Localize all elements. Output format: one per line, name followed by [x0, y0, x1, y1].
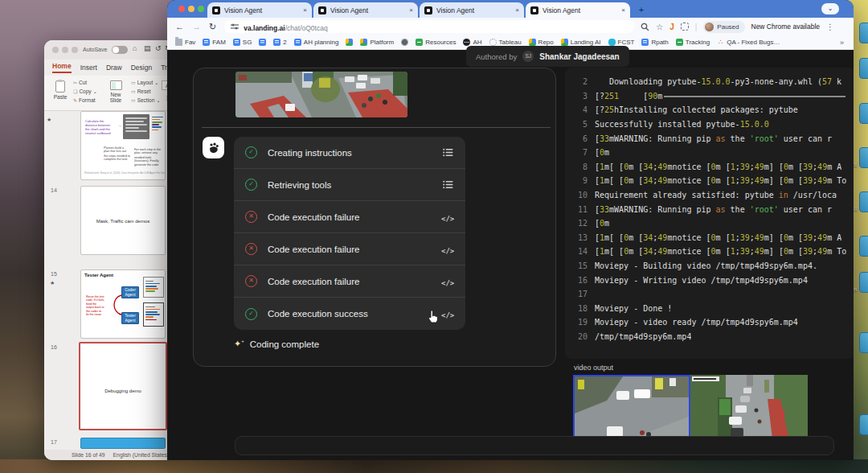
chat-input-box[interactable]: [235, 436, 834, 455]
view-code-icon[interactable]: </>: [441, 306, 454, 321]
ribbon-tab-home[interactable]: Home: [52, 62, 72, 73]
bookmark-qa-fixed-bugs-[interactable]: ∴QA - Fixed Bugs…: [717, 39, 780, 46]
tab-favicon: [530, 6, 538, 14]
step-row-creating-instructions[interactable]: ✓Creating instructions: [234, 137, 465, 169]
close-window-button[interactable]: [178, 6, 185, 12]
bookmark-star-icon[interactable]: ☆: [656, 23, 663, 31]
browser-tab-1[interactable]: Vision Agent×: [207, 2, 312, 18]
terminal-line: 4[?25hInstalling collected packages: pyt…: [565, 103, 854, 117]
cut-button[interactable]: ✂Cut: [73, 80, 87, 85]
tab-close-icon[interactable]: ×: [515, 6, 519, 14]
undo-icon[interactable]: ↺: [155, 44, 162, 52]
bookmark-2[interactable]: 2: [273, 39, 286, 46]
view-code-icon[interactable]: </>: [441, 210, 454, 224]
profile-pill[interactable]: Paused: [703, 21, 744, 33]
section-button[interactable]: ▭Section ⌄: [131, 97, 161, 104]
back-button[interactable]: ←: [175, 22, 184, 31]
bookmark-tracking[interactable]: Tracking: [676, 39, 710, 46]
ribbon-tab-design[interactable]: Design: [131, 64, 152, 72]
desktop-file-icon[interactable]: [859, 414, 868, 435]
format-painter-button[interactable]: ✎Format: [73, 97, 96, 103]
desktop-file-icon[interactable]: [859, 191, 868, 212]
save-icon[interactable]: ▤: [144, 44, 151, 52]
copy-button[interactable]: ❏Copy ⌄: [73, 88, 97, 95]
slide-13-thumbnail[interactable]: Calculate the distance between the shark…: [80, 111, 166, 180]
zoom-window-button[interactable]: [72, 47, 78, 53]
layout-button[interactable]: ▭Layout ⌄: [131, 80, 158, 86]
forward-button[interactable]: →: [192, 22, 201, 31]
browser-tab-4[interactable]: Vision Agent×: [526, 2, 630, 18]
desktop-file-icon[interactable]: [859, 332, 868, 353]
slide-15-thumbnail[interactable]: Tester Agent Rerun the test code. If it …: [80, 269, 166, 339]
minimize-window-button[interactable]: [188, 6, 194, 12]
powerpoint-titlebar[interactable]: AutoSave ⌂ ▤ ↺ ↻ ⋯: [44, 40, 174, 60]
bookmark-icon[interactable]: [259, 39, 266, 46]
slide-14-thumbnail[interactable]: Mask, Traffic cam demos: [80, 186, 166, 255]
bookmark-sg[interactable]: SG: [233, 39, 252, 46]
kebab-menu-icon[interactable]: ⋮: [826, 23, 834, 31]
bookmark-icon[interactable]: [346, 39, 353, 46]
instructions-list-icon[interactable]: [441, 178, 454, 192]
bookmark-fav[interactable]: Fav: [175, 39, 195, 46]
step-row-retrieving-tools[interactable]: ✓Retrieving tools: [234, 169, 465, 201]
desktop-file-icon[interactable]: [859, 272, 868, 293]
bookmark-fcst[interactable]: FCST: [608, 39, 635, 46]
extensions-icon[interactable]: [681, 23, 689, 31]
line-number: 17: [565, 290, 588, 298]
step-row-code-execution-failure[interactable]: ✕Code execution failure</>: [234, 233, 465, 265]
new-tab-button[interactable]: +: [637, 5, 646, 14]
line-text: [33mWARNING: Running pip as the 'root' u…: [595, 134, 832, 143]
desktop-file-icon[interactable]: [859, 23, 868, 43]
close-window-button[interactable]: [52, 47, 59, 53]
bookmark-landing-ai[interactable]: Landing AI: [561, 39, 601, 46]
traffic-cam-image[interactable]: [235, 72, 407, 117]
paste-button[interactable]: Paste: [51, 79, 70, 108]
bookmarks-overflow-icon[interactable]: »: [840, 39, 844, 47]
slide-17-thumbnail[interactable]: [80, 438, 166, 449]
desktop-file-icon[interactable]: [859, 147, 868, 168]
address-bar[interactable]: va.landing.ai/chat/oQ0tcaq: [224, 20, 634, 33]
ribbon-tab-draw[interactable]: Draw: [106, 64, 122, 72]
slide-thumbnail-panel[interactable]: ★ Calculate the distance between the sha…: [44, 111, 174, 450]
browser-tab-2[interactable]: Vision Agent×: [313, 2, 418, 18]
tab-close-icon[interactable]: ×: [621, 6, 625, 14]
bookmark-resources[interactable]: Resources: [416, 39, 456, 46]
terminal-output[interactable]: 2 Downloading pytube-15.0.0-py3-none-any…: [565, 68, 854, 359]
desktop-file-icon[interactable]: [859, 58, 868, 79]
view-code-icon[interactable]: </>: [441, 274, 454, 289]
extension-j-icon[interactable]: J: [669, 23, 674, 31]
chrome-update-notice[interactable]: New Chrome available: [751, 23, 821, 31]
bookmark-rpath[interactable]: Rpath: [641, 39, 668, 46]
tab-close-icon[interactable]: ×: [303, 6, 307, 14]
autosave-toggle[interactable]: [112, 46, 128, 54]
bookmark-ah[interactable]: AH: [463, 39, 481, 46]
reload-button[interactable]: ↻: [209, 22, 216, 32]
step-row-code-execution-failure[interactable]: ✕Code execution failure</>: [234, 265, 465, 298]
bookmark-fam[interactable]: FAM: [203, 39, 225, 46]
terminal-line: 6[33mWARNING: Running pip as the 'root' …: [565, 131, 854, 146]
bookmark-icon[interactable]: [401, 39, 408, 46]
desktop-file-icon[interactable]: [859, 103, 868, 124]
bookmark-ah-planning[interactable]: AH planning: [294, 39, 339, 46]
site-settings-icon[interactable]: [231, 23, 239, 30]
instructions-list-icon[interactable]: [441, 146, 454, 160]
zoom-search-icon[interactable]: [641, 23, 649, 31]
new-slide-button[interactable]: New Slide: [105, 79, 126, 108]
browser-tab-3[interactable]: Vision Agent×: [420, 2, 524, 18]
tab-close-icon[interactable]: ×: [409, 6, 413, 14]
minimize-window-button[interactable]: [62, 47, 68, 53]
view-code-icon[interactable]: </>: [441, 242, 454, 257]
ribbon: Paste ✂Cut ❏Copy ⌄ ✎Format New Slide ▭La…: [44, 76, 174, 111]
bookmark-repo[interactable]: Repo: [529, 39, 554, 46]
desktop-file-icon[interactable]: [859, 236, 868, 257]
ribbon-tab-insert[interactable]: Insert: [80, 64, 97, 72]
bookmark-tableau[interactable]: Tableau: [489, 39, 522, 46]
language-label[interactable]: English (United States): [113, 452, 170, 458]
tab-search-chevron-icon[interactable]: ⌄: [821, 3, 839, 14]
home-icon[interactable]: ⌂: [133, 44, 137, 52]
reset-button[interactable]: ▭Reset: [131, 88, 151, 94]
bookmark-platform[interactable]: Platform: [360, 39, 394, 46]
step-row-code-execution-failure[interactable]: ✕Code execution failure</>: [234, 201, 465, 233]
zoom-window-button[interactable]: [198, 6, 204, 12]
slide-16-thumbnail[interactable]: Debugging demo: [79, 342, 167, 430]
